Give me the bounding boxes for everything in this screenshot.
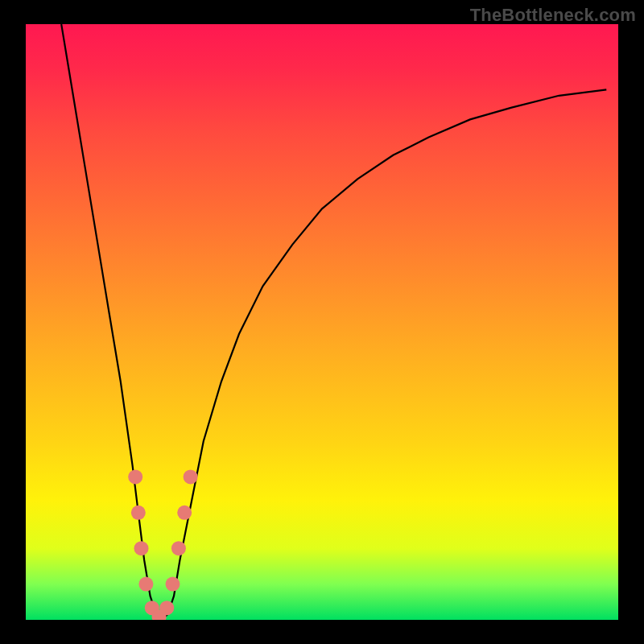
curve-layer [26, 24, 618, 620]
bottleneck-curve [61, 24, 606, 620]
marker-dot [131, 506, 146, 520]
marker-dot [166, 577, 180, 592]
marker-dot [138, 577, 153, 592]
marker-dot [128, 469, 142, 484]
curve-markers [128, 469, 197, 620]
chart-frame: TheBottleneck.com [0, 0, 644, 644]
marker-dot [159, 601, 174, 615]
marker-dot [184, 469, 198, 484]
marker-dot [177, 506, 192, 520]
marker-dot [171, 541, 186, 555]
marker-dot [134, 541, 149, 555]
plot-area [26, 24, 618, 620]
watermark-text: TheBottleneck.com [470, 5, 636, 26]
